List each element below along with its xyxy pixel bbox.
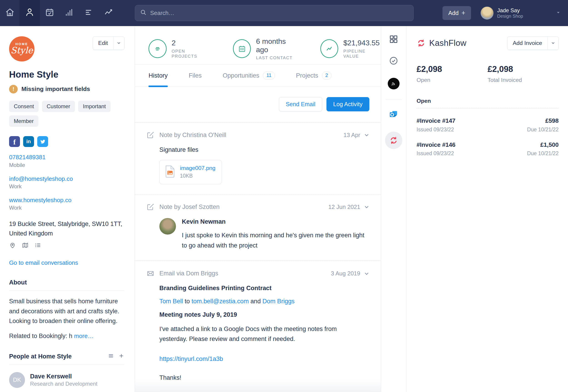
timeline-entry-email: Email via Dom Briggs 3 Aug 2019 Branding… <box>135 261 381 392</box>
attachment-card[interactable]: image007.png 10KB <box>159 160 221 184</box>
map-icon[interactable] <box>22 242 29 250</box>
invoice-row-146[interactable]: #Invoice #146 Issued 09/23/22 £1,500 Due… <box>417 141 559 157</box>
invoices-section-heading: Open <box>417 98 559 109</box>
note-title: Signature files <box>159 146 369 153</box>
tab-history[interactable]: History <box>148 64 168 87</box>
nav-pipeline[interactable] <box>59 0 79 26</box>
capsule-crm-app: Add + Jade Say Design Shop HOME Style <box>0 0 568 392</box>
entry-date-toggle[interactable]: 13 Apr <box>343 132 369 138</box>
check-circle-icon[interactable] <box>389 56 398 65</box>
add-invoice-caret[interactable] <box>548 37 558 50</box>
related-prefix: Related to Bookingly: h <box>9 332 74 339</box>
more-link[interactable]: more… <box>74 333 94 340</box>
people-list-icon[interactable] <box>108 353 114 360</box>
stat-label: Total Invoiced <box>488 77 559 83</box>
tag-important[interactable]: Important <box>78 101 111 112</box>
linkedin-icon[interactable]: in <box>23 136 34 147</box>
attachment-filename: image007.png <box>180 165 216 171</box>
nav-calendar[interactable] <box>40 0 59 26</box>
nav-people[interactable] <box>19 0 40 26</box>
tag-customer[interactable]: Customer <box>42 101 75 112</box>
entry-date-toggle[interactable]: 12 Jun 2021 <box>328 204 369 210</box>
send-email-button[interactable]: Send Email <box>279 97 322 112</box>
search-input[interactable] <box>150 10 408 16</box>
email-parties: Tom Bell to tom.bell@zestia.com and Dom … <box>159 298 369 305</box>
tab-projects[interactable]: Projects2 <box>296 64 332 87</box>
entry-date: 3 Aug 2019 <box>331 270 360 277</box>
invoice-due: Due 10/21/22 <box>527 150 559 156</box>
tab-opportunities[interactable]: Opportunities11 <box>223 64 275 87</box>
tag-member[interactable]: Member <box>9 115 38 127</box>
invoice-row-147[interactable]: #Invoice #147 Issued 09/23/22 £598 Due 1… <box>417 117 559 133</box>
person-icon <box>25 7 34 19</box>
email-address-link[interactable]: tom.bell@zestia.com <box>192 298 249 305</box>
phone-link[interactable]: 07821489381 <box>9 154 46 161</box>
invoice-issued: Issued 09/23/22 <box>417 150 455 156</box>
invoice-amount: £598 <box>527 117 559 124</box>
website-link[interactable]: www.homestyleshop.co <box>9 197 72 204</box>
facebook-icon[interactable]: f <box>9 136 20 147</box>
person-avatar-initials: DK <box>9 372 25 388</box>
kashflow-title: KashFlow <box>429 38 466 48</box>
email-cc-link[interactable]: Dom Briggs <box>262 298 295 305</box>
list-detail-icon[interactable] <box>34 242 41 250</box>
add-invoice-button[interactable]: Add Invoice <box>507 37 548 50</box>
add-person-icon[interactable] <box>118 353 124 360</box>
person-role: Research and Development <box>30 381 97 387</box>
calendar-check-icon <box>45 7 55 19</box>
user-name: Jade Say <box>497 7 523 14</box>
about-heading: About <box>9 279 124 291</box>
nav-reports[interactable] <box>99 0 118 26</box>
person-name: Dave Kerswell <box>30 373 97 380</box>
email-conversations-link[interactable]: Go to email conversations <box>9 259 78 266</box>
contact-sidebar: HOME Style Edit Home Style ! Missing imp… <box>0 26 135 392</box>
add-button-label: Add <box>448 10 459 16</box>
email-from-link[interactable]: Tom Bell <box>159 298 183 305</box>
kashflow-stat-total: £2,098 Total Invoiced <box>488 64 559 83</box>
global-search[interactable] <box>135 5 414 21</box>
tag-list: Consent Customer Important Member <box>9 101 124 127</box>
user-menu[interactable]: Jade Say Design Shop <box>481 7 523 19</box>
person-row-dave[interactable]: DK Dave Kerswell Research and Developmen… <box>9 372 124 388</box>
nav-home[interactable] <box>0 0 19 26</box>
opportunities-count-badge: 11 <box>263 71 275 80</box>
chevron-down-icon <box>364 132 369 138</box>
contact-main: 2 OPEN PROJECTS 6 months ago LAST CONTAC… <box>135 26 381 392</box>
primary-nav <box>0 0 118 26</box>
transpond-icon[interactable] <box>388 78 399 89</box>
missing-fields-warning[interactable]: ! Missing important fields <box>9 85 124 94</box>
warning-text: Missing important fields <box>21 85 90 93</box>
email-block: info@homestyleshop.co Work <box>9 175 124 190</box>
entry-header: Email via Dom Briggs <box>159 270 218 277</box>
entry-date: 13 Apr <box>343 132 360 138</box>
outlook-icon[interactable] <box>389 110 398 119</box>
dashboard-grid-icon[interactable] <box>389 34 398 44</box>
website-label: Work <box>9 205 124 211</box>
email-subject: Branding Guidelines Printing Contract <box>159 284 369 292</box>
list-lines-icon <box>84 7 94 19</box>
log-activity-button[interactable]: Log Activity <box>326 97 369 112</box>
entry-date-toggle[interactable]: 3 Aug 2019 <box>331 270 369 277</box>
phone-label: Mobile <box>9 162 124 168</box>
edit-caret-button[interactable] <box>113 37 124 50</box>
edit-button[interactable]: Edit <box>93 37 113 50</box>
email-link-url[interactable]: https://tinyurl.com/1a3b <box>159 355 223 363</box>
tag-consent[interactable]: Consent <box>9 101 39 112</box>
kashflow-integration-icon[interactable] <box>385 132 403 149</box>
user-menu-caret[interactable] <box>556 10 561 16</box>
add-button[interactable]: Add + <box>442 6 471 20</box>
address-text: 19 Buckle Street, Stalybridge, SW10 1TT,… <box>9 219 124 238</box>
invoice-number: #Invoice #146 <box>417 141 455 148</box>
contact-title: Home Style <box>9 70 124 80</box>
email-link[interactable]: info@homestyleshop.co <box>9 175 73 182</box>
user-org: Design Shop <box>497 14 523 19</box>
envelope-icon <box>147 270 154 278</box>
history-actions: Send Email Log Activity <box>135 87 381 122</box>
nav-cases[interactable] <box>79 0 99 26</box>
stat-open-projects: 2 OPEN PROJECTS <box>148 39 210 58</box>
trend-icon <box>103 7 113 19</box>
map-pin-icon[interactable] <box>9 242 16 250</box>
tab-files[interactable]: Files <box>189 64 202 87</box>
stat-label: Open <box>417 77 488 83</box>
twitter-icon[interactable] <box>37 136 48 147</box>
